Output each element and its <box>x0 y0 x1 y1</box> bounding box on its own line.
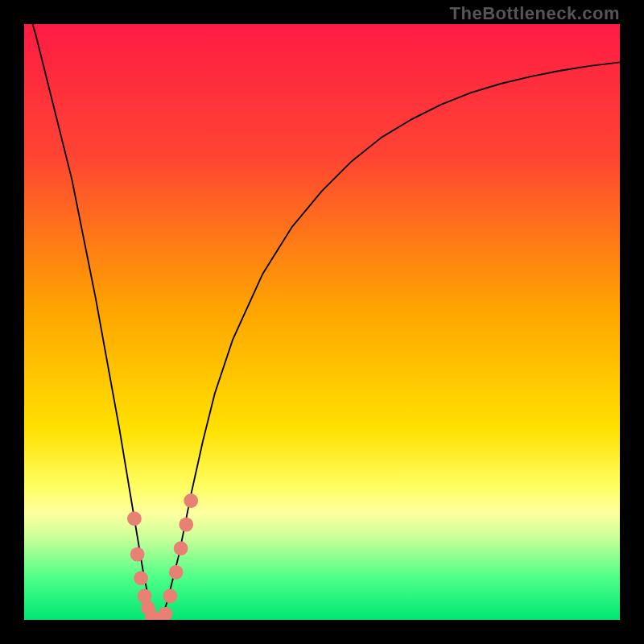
marker-dot <box>169 565 184 580</box>
marker-dot <box>179 518 193 532</box>
chart-svg <box>24 24 620 620</box>
gradient-rect <box>24 24 620 620</box>
marker-dot <box>174 541 188 555</box>
credit-label: TheBottleneck.com <box>450 3 620 24</box>
chart-frame: TheBottleneck.com <box>0 0 644 644</box>
marker-dot <box>184 493 198 508</box>
marker-dot <box>134 571 148 585</box>
marker-dot <box>127 511 142 526</box>
marker-dot <box>130 547 145 562</box>
plot-area <box>24 24 620 620</box>
marker-dot <box>163 589 177 604</box>
